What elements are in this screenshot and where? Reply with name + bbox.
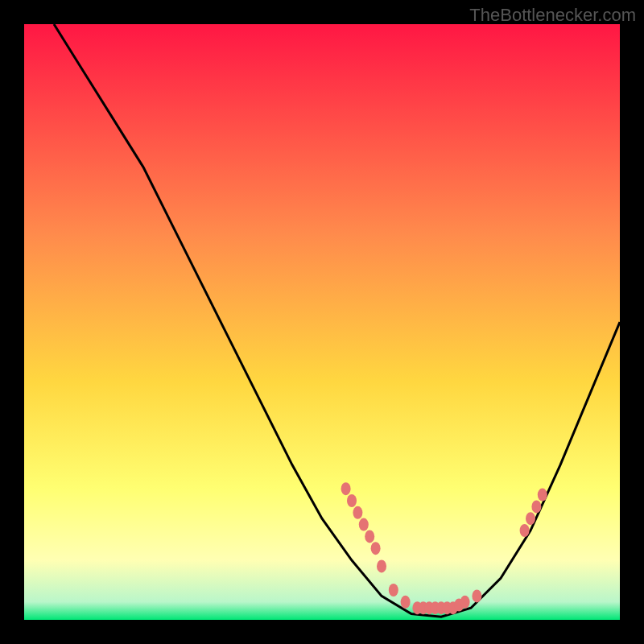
- data-marker: [531, 500, 541, 513]
- chart-container: TheBottlenecker.com: [0, 0, 644, 644]
- data-marker: [377, 559, 386, 572]
- data-marker: [520, 524, 530, 537]
- data-marker: [353, 506, 362, 519]
- data-marker: [347, 494, 357, 507]
- data-marker: [401, 596, 411, 609]
- data-marker: [359, 518, 369, 531]
- chart-svg: [24, 24, 620, 620]
- data-marker: [389, 584, 398, 597]
- data-marker: [371, 542, 381, 555]
- plot-area: [24, 24, 620, 620]
- data-marker: [365, 530, 374, 543]
- data-marker: [526, 512, 535, 525]
- data-marker: [538, 489, 547, 502]
- data-marker: [341, 482, 351, 495]
- data-marker: [460, 596, 470, 609]
- data-marker: [472, 589, 481, 602]
- watermark-text: TheBottlenecker.com: [469, 5, 636, 26]
